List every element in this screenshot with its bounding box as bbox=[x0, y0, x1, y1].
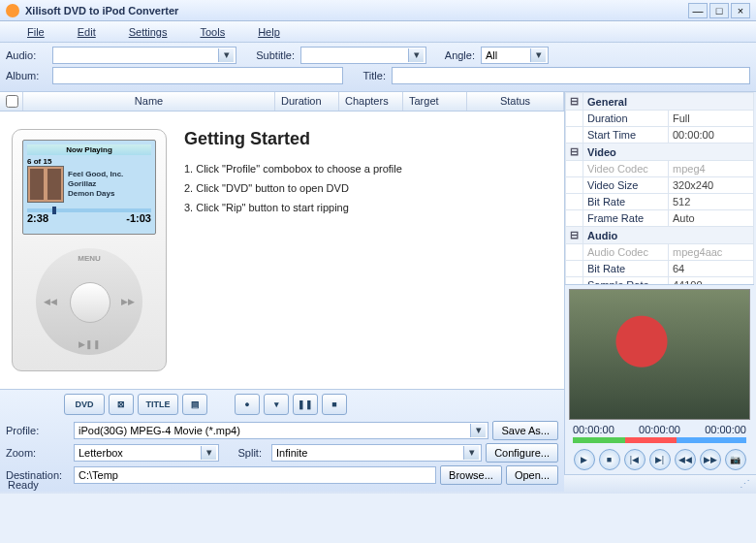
track-artist: Gorillaz bbox=[68, 179, 123, 189]
ifo-button[interactable]: ⊠ bbox=[109, 394, 134, 415]
guide-heading: Getting Started bbox=[184, 129, 552, 149]
prop-value[interactable]: Full bbox=[669, 111, 754, 127]
title-field[interactable] bbox=[392, 67, 750, 84]
profile-combo[interactable]: iPod(30G) MPEG-4 Movie (*.mp4)▾ bbox=[74, 422, 488, 439]
chevron-down-icon: ▾ bbox=[201, 446, 216, 460]
step-fwd-button[interactable]: ▶▶ bbox=[700, 449, 721, 470]
col-status[interactable]: Status bbox=[467, 92, 564, 111]
col-target[interactable]: Target bbox=[403, 92, 467, 111]
rip-button[interactable]: ● bbox=[235, 394, 260, 415]
getting-started-panel: Getting Started 1. Click "Profile" combo… bbox=[167, 129, 552, 371]
progress-bar bbox=[27, 208, 151, 212]
col-name[interactable]: Name bbox=[23, 92, 275, 111]
minimize-button[interactable]: — bbox=[688, 3, 708, 18]
collapse-icon[interactable]: ⊟ bbox=[566, 93, 583, 111]
destination-field[interactable]: C:\Temp bbox=[74, 466, 436, 484]
group-video: Video bbox=[583, 144, 754, 161]
prop-value[interactable]: 00:00:00 bbox=[669, 127, 754, 144]
collapse-icon[interactable]: ⊟ bbox=[566, 144, 583, 161]
split-label: Split: bbox=[223, 447, 262, 459]
audio-label: Audio: bbox=[6, 49, 52, 61]
split-combo[interactable]: Infinite▾ bbox=[271, 444, 482, 462]
rip-dropdown[interactable]: ▾ bbox=[264, 394, 289, 415]
prop-value[interactable]: 64 bbox=[669, 261, 754, 277]
pause-button[interactable]: ❚❚ bbox=[293, 394, 318, 415]
album-label: Album: bbox=[6, 70, 52, 81]
next-button[interactable]: ▶| bbox=[649, 449, 671, 470]
header-checkbox[interactable] bbox=[0, 92, 23, 111]
time-remain: -1:03 bbox=[126, 212, 151, 224]
source-toolbar: Audio: ▾ Subtitle: ▾ Angle: All▾ Album: … bbox=[0, 43, 756, 92]
group-audio: Audio bbox=[583, 227, 754, 244]
audio-combo[interactable]: ▾ bbox=[52, 47, 236, 64]
wheel-menu-label: MENU bbox=[36, 254, 142, 263]
guide-step-2: 2. Click "DVD" button to open DVD bbox=[184, 182, 552, 194]
menu-settings[interactable]: Settings bbox=[129, 26, 168, 38]
ipod-illustration: Now Playing 6 of 15 Feel Good, Inc. Gori… bbox=[12, 129, 167, 371]
play-button[interactable]: ▶ bbox=[574, 449, 595, 470]
menu-edit[interactable]: Edit bbox=[78, 26, 96, 38]
snapshot-button[interactable]: 📷 bbox=[725, 449, 746, 470]
collapse-icon[interactable]: ⊟ bbox=[566, 227, 583, 244]
guide-step-1: 1. Click "Profile" combobox to choose a … bbox=[184, 163, 552, 175]
step-back-button[interactable]: ◀◀ bbox=[675, 449, 696, 470]
preview-stop-button[interactable]: ■ bbox=[599, 449, 620, 470]
guide-step-3: 3. Click "Rip" button to start ripping bbox=[184, 202, 552, 213]
menu-help[interactable]: Help bbox=[258, 26, 280, 38]
preview-image bbox=[570, 290, 749, 419]
prop-key: Bit Rate bbox=[583, 261, 669, 277]
save-as-button[interactable]: Save As... bbox=[492, 421, 558, 440]
maximize-button[interactable]: □ bbox=[709, 3, 729, 18]
title-label: Title: bbox=[343, 70, 386, 81]
select-all-checkbox[interactable] bbox=[6, 95, 18, 108]
stop-button[interactable]: ■ bbox=[322, 394, 347, 415]
close-button[interactable]: × bbox=[731, 3, 750, 18]
album-field[interactable] bbox=[52, 67, 343, 84]
track-counter: 6 of 15 bbox=[27, 157, 151, 166]
timeline-bar[interactable] bbox=[573, 437, 746, 443]
chevron-down-icon: ▾ bbox=[470, 424, 486, 437]
browse-button[interactable]: Browse... bbox=[440, 465, 502, 485]
now-playing-label: Now Playing bbox=[27, 144, 151, 155]
preview-pane bbox=[569, 289, 750, 420]
track-title: Feel Good, Inc. bbox=[68, 170, 123, 179]
col-chapters[interactable]: Chapters bbox=[339, 92, 403, 111]
chapter-button[interactable]: ▤ bbox=[182, 394, 207, 415]
prev-button[interactable]: |◀ bbox=[624, 449, 646, 470]
click-wheel: MENU ◀◀ ▶▶ ▶❚❚ bbox=[36, 248, 142, 355]
dvd-button[interactable]: DVD bbox=[64, 394, 105, 415]
zoom-combo[interactable]: Letterbox▾ bbox=[74, 444, 219, 462]
prop-value[interactable]: 44100 bbox=[669, 277, 754, 286]
app-icon bbox=[6, 4, 19, 17]
prop-key: Video Size bbox=[583, 177, 669, 194]
subtitle-combo[interactable]: ▾ bbox=[300, 47, 426, 64]
ipod-screen: Now Playing 6 of 15 Feel Good, Inc. Gori… bbox=[22, 140, 156, 235]
prop-value[interactable]: 320x240 bbox=[669, 177, 754, 194]
open-button[interactable]: Open... bbox=[506, 465, 558, 485]
content-area: Now Playing 6 of 15 Feel Good, Inc. Gori… bbox=[0, 112, 564, 389]
configure-button[interactable]: Configure... bbox=[486, 443, 558, 463]
prop-value[interactable]: 512 bbox=[669, 194, 754, 210]
menu-tools[interactable]: Tools bbox=[200, 26, 225, 38]
chevron-down-icon: ▾ bbox=[218, 48, 234, 62]
properties-panel: ⊟General DurationFull Start Time00:00:00… bbox=[565, 92, 754, 285]
prop-value: mpeg4 bbox=[669, 161, 754, 177]
preview-controls: ▶ ■ |◀ ▶| ◀◀ ▶▶ 📷 bbox=[565, 445, 754, 474]
prop-value[interactable]: Auto bbox=[669, 210, 754, 227]
time-2: 00:00:00 bbox=[639, 424, 680, 435]
title-button[interactable]: TITLE bbox=[138, 394, 178, 415]
angle-combo[interactable]: All▾ bbox=[481, 47, 549, 64]
chevron-down-icon: ▾ bbox=[408, 48, 424, 62]
album-art bbox=[27, 166, 64, 203]
prop-key: Start Time bbox=[583, 127, 669, 144]
profile-value: iPod(30G) MPEG-4 Movie (*.mp4) bbox=[79, 425, 240, 436]
resize-grip[interactable]: ⋰ bbox=[740, 478, 748, 491]
angle-value: All bbox=[486, 49, 497, 61]
title-bar: Xilisoft DVD to iPod Converter — □ × bbox=[0, 0, 756, 21]
col-duration[interactable]: Duration bbox=[275, 92, 339, 111]
prop-key: Audio Codec bbox=[583, 244, 669, 261]
menu-file[interactable]: File bbox=[27, 26, 45, 38]
list-header: Name Duration Chapters Target Status bbox=[0, 92, 564, 112]
chevron-down-icon: ▾ bbox=[463, 446, 479, 460]
split-value: Infinite bbox=[276, 447, 307, 459]
